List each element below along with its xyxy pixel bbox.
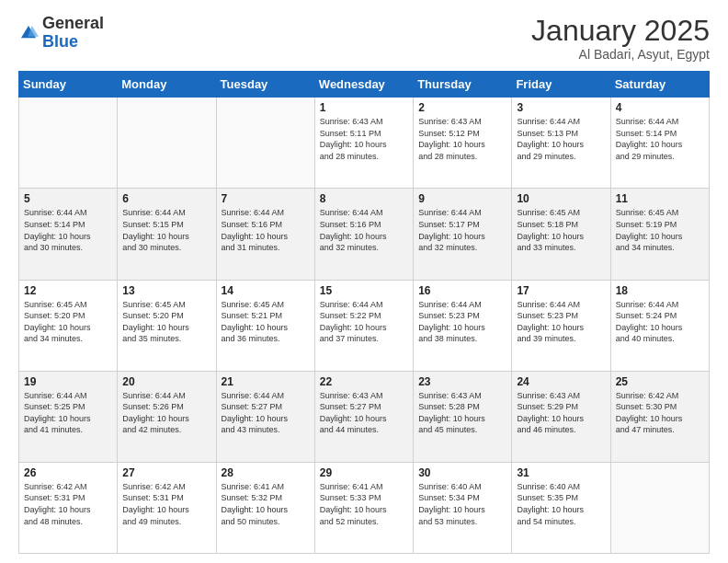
day-info: Sunrise: 6:43 AM Sunset: 5:29 PM Dayligh… [517, 390, 605, 436]
day-info: Sunrise: 6:45 AM Sunset: 5:21 PM Dayligh… [222, 299, 310, 345]
day-number: 25 [616, 375, 704, 388]
table-row: 25Sunrise: 6:42 AM Sunset: 5:30 PM Dayli… [610, 371, 709, 462]
table-row: 4Sunrise: 6:44 AM Sunset: 5:14 PM Daylig… [610, 98, 709, 189]
col-friday: Friday [512, 72, 610, 98]
col-tuesday: Tuesday [216, 72, 314, 98]
day-number: 17 [517, 284, 605, 297]
table-row: 26Sunrise: 6:42 AM Sunset: 5:31 PM Dayli… [19, 462, 118, 553]
day-number: 15 [320, 284, 408, 297]
calendar-week-row: 5Sunrise: 6:44 AM Sunset: 5:14 PM Daylig… [19, 189, 710, 280]
day-number: 18 [616, 284, 704, 297]
day-info: Sunrise: 6:41 AM Sunset: 5:32 PM Dayligh… [222, 481, 310, 527]
day-number: 30 [418, 466, 506, 479]
table-row: 16Sunrise: 6:44 AM Sunset: 5:23 PM Dayli… [414, 280, 512, 371]
table-row: 1Sunrise: 6:43 AM Sunset: 5:11 PM Daylig… [314, 98, 413, 189]
day-info: Sunrise: 6:44 AM Sunset: 5:14 PM Dayligh… [616, 116, 704, 162]
day-number: 13 [122, 284, 210, 297]
day-info: Sunrise: 6:42 AM Sunset: 5:31 PM Dayligh… [122, 481, 210, 527]
logo-general: General [42, 14, 104, 32]
day-number: 21 [222, 375, 310, 388]
day-info: Sunrise: 6:44 AM Sunset: 5:15 PM Dayligh… [122, 207, 210, 253]
day-number: 6 [122, 192, 210, 205]
day-info: Sunrise: 6:45 AM Sunset: 5:19 PM Dayligh… [616, 207, 704, 253]
table-row [19, 98, 118, 189]
day-info: Sunrise: 6:44 AM Sunset: 5:14 PM Dayligh… [24, 207, 112, 253]
day-info: Sunrise: 6:44 AM Sunset: 5:25 PM Dayligh… [24, 390, 112, 436]
day-info: Sunrise: 6:44 AM Sunset: 5:23 PM Dayligh… [418, 299, 506, 345]
table-row [216, 98, 314, 189]
logo-icon [18, 23, 39, 43]
day-info: Sunrise: 6:44 AM Sunset: 5:23 PM Dayligh… [517, 299, 605, 345]
calendar-week-row: 19Sunrise: 6:44 AM Sunset: 5:25 PM Dayli… [19, 371, 710, 462]
table-row [118, 98, 216, 189]
table-row: 19Sunrise: 6:44 AM Sunset: 5:25 PM Dayli… [19, 371, 118, 462]
day-number: 10 [517, 192, 605, 205]
col-thursday: Thursday [414, 72, 512, 98]
day-number: 24 [517, 375, 605, 388]
day-number: 7 [222, 192, 310, 205]
day-info: Sunrise: 6:43 AM Sunset: 5:11 PM Dayligh… [320, 116, 408, 162]
day-info: Sunrise: 6:44 AM Sunset: 5:16 PM Dayligh… [320, 207, 408, 253]
table-row: 18Sunrise: 6:44 AM Sunset: 5:24 PM Dayli… [610, 280, 709, 371]
calendar-table: Sunday Monday Tuesday Wednesday Thursday… [18, 71, 710, 554]
calendar-header-row: Sunday Monday Tuesday Wednesday Thursday… [19, 72, 710, 98]
day-number: 14 [222, 284, 310, 297]
col-sunday: Sunday [19, 72, 118, 98]
day-info: Sunrise: 6:44 AM Sunset: 5:17 PM Dayligh… [418, 207, 506, 253]
day-number: 1 [320, 101, 408, 114]
table-row: 15Sunrise: 6:44 AM Sunset: 5:22 PM Dayli… [314, 280, 413, 371]
day-info: Sunrise: 6:45 AM Sunset: 5:18 PM Dayligh… [517, 207, 605, 253]
day-number: 29 [320, 466, 408, 479]
month-title: January 2025 [531, 15, 710, 47]
day-info: Sunrise: 6:40 AM Sunset: 5:34 PM Dayligh… [418, 481, 506, 527]
table-row: 12Sunrise: 6:45 AM Sunset: 5:20 PM Dayli… [19, 280, 118, 371]
header: General Blue January 2025 Al Badari, Asy… [18, 15, 710, 62]
table-row: 14Sunrise: 6:45 AM Sunset: 5:21 PM Dayli… [216, 280, 314, 371]
day-info: Sunrise: 6:43 AM Sunset: 5:28 PM Dayligh… [418, 390, 506, 436]
day-number: 11 [616, 192, 704, 205]
day-number: 12 [24, 284, 112, 297]
day-number: 27 [122, 466, 210, 479]
day-info: Sunrise: 6:44 AM Sunset: 5:13 PM Dayligh… [517, 116, 605, 162]
day-number: 3 [517, 101, 605, 114]
day-number: 20 [122, 375, 210, 388]
day-number: 23 [418, 375, 506, 388]
page: General Blue January 2025 Al Badari, Asy… [0, 0, 728, 563]
table-row: 13Sunrise: 6:45 AM Sunset: 5:20 PM Dayli… [118, 280, 216, 371]
table-row: 28Sunrise: 6:41 AM Sunset: 5:32 PM Dayli… [216, 462, 314, 553]
day-info: Sunrise: 6:44 AM Sunset: 5:24 PM Dayligh… [616, 299, 704, 345]
day-number: 26 [24, 466, 112, 479]
table-row: 20Sunrise: 6:44 AM Sunset: 5:26 PM Dayli… [118, 371, 216, 462]
calendar-week-row: 1Sunrise: 6:43 AM Sunset: 5:11 PM Daylig… [19, 98, 710, 189]
day-info: Sunrise: 6:41 AM Sunset: 5:33 PM Dayligh… [320, 481, 408, 527]
table-row: 6Sunrise: 6:44 AM Sunset: 5:15 PM Daylig… [118, 189, 216, 280]
day-info: Sunrise: 6:43 AM Sunset: 5:27 PM Dayligh… [320, 390, 408, 436]
day-info: Sunrise: 6:44 AM Sunset: 5:26 PM Dayligh… [122, 390, 210, 436]
location-subtitle: Al Badari, Asyut, Egypt [531, 47, 710, 62]
table-row: 24Sunrise: 6:43 AM Sunset: 5:29 PM Dayli… [512, 371, 610, 462]
table-row: 9Sunrise: 6:44 AM Sunset: 5:17 PM Daylig… [414, 189, 512, 280]
day-number: 8 [320, 192, 408, 205]
logo-text: General Blue [42, 15, 104, 52]
day-number: 16 [418, 284, 506, 297]
calendar-week-row: 12Sunrise: 6:45 AM Sunset: 5:20 PM Dayli… [19, 280, 710, 371]
table-row: 5Sunrise: 6:44 AM Sunset: 5:14 PM Daylig… [19, 189, 118, 280]
table-row: 11Sunrise: 6:45 AM Sunset: 5:19 PM Dayli… [610, 189, 709, 280]
day-info: Sunrise: 6:44 AM Sunset: 5:16 PM Dayligh… [222, 207, 310, 253]
day-info: Sunrise: 6:42 AM Sunset: 5:31 PM Dayligh… [24, 481, 112, 527]
table-row: 3Sunrise: 6:44 AM Sunset: 5:13 PM Daylig… [512, 98, 610, 189]
day-info: Sunrise: 6:43 AM Sunset: 5:12 PM Dayligh… [418, 116, 506, 162]
day-number: 22 [320, 375, 408, 388]
table-row: 27Sunrise: 6:42 AM Sunset: 5:31 PM Dayli… [118, 462, 216, 553]
calendar-week-row: 26Sunrise: 6:42 AM Sunset: 5:31 PM Dayli… [19, 462, 710, 553]
table-row [610, 462, 709, 553]
day-info: Sunrise: 6:44 AM Sunset: 5:22 PM Dayligh… [320, 299, 408, 345]
day-info: Sunrise: 6:45 AM Sunset: 5:20 PM Dayligh… [24, 299, 112, 345]
table-row: 22Sunrise: 6:43 AM Sunset: 5:27 PM Dayli… [314, 371, 413, 462]
table-row: 23Sunrise: 6:43 AM Sunset: 5:28 PM Dayli… [414, 371, 512, 462]
day-number: 9 [418, 192, 506, 205]
day-number: 28 [222, 466, 310, 479]
col-wednesday: Wednesday [314, 72, 413, 98]
day-number: 5 [24, 192, 112, 205]
table-row: 17Sunrise: 6:44 AM Sunset: 5:23 PM Dayli… [512, 280, 610, 371]
